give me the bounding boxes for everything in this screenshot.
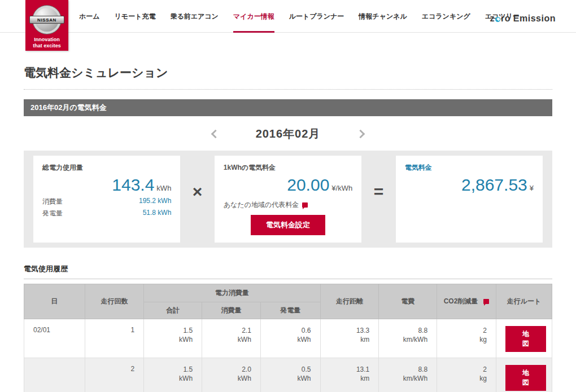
col-efficiency: 電費	[379, 284, 437, 319]
history-rule	[24, 279, 552, 279]
next-month-icon[interactable]	[356, 129, 365, 138]
equals-operator: =	[361, 156, 395, 243]
col-power-group: 電力消費量	[144, 284, 320, 302]
map-button[interactable]: 地図	[505, 365, 546, 391]
main-nav: ホーム リモート充電 乗る前エアコン マイカー情報 ルートプランナー 情報チャン…	[79, 0, 520, 33]
col-generated: 発電量	[260, 302, 320, 319]
consumed-row: 消費量 195.2 kWh	[42, 197, 171, 206]
col-route: 走行ルート	[496, 284, 552, 319]
top-header: NISSAN Innovation that excites ホーム リモート充…	[0, 0, 576, 33]
page-title: 電気料金シミュレーション	[24, 65, 552, 81]
col-distance: 走行距離	[320, 284, 379, 319]
month-navigator: 2016年02月	[24, 124, 552, 144]
nav-item-remote-charge[interactable]: リモート充電	[115, 0, 156, 33]
nav-item-info-channel[interactable]: 情報チャンネル	[359, 0, 407, 33]
rate-box: 1kWhの電気料金 20.00¥/kWh あなたの地域の代表料金 電気料金設定	[215, 156, 361, 243]
month-section-bar: 2016年02月の電気料金	[24, 99, 552, 116]
prev-month-icon[interactable]	[211, 129, 220, 138]
col-day: 日	[24, 284, 85, 319]
history-title: 電気使用履歴	[24, 264, 552, 274]
total-usage-unit: kWh	[156, 184, 171, 192]
rate-tooltip-icon[interactable]	[302, 202, 308, 208]
nav-item-mycar-info[interactable]: マイカー情報	[233, 0, 274, 33]
cost-box: 電気料金 2,867.53¥	[396, 156, 543, 243]
nav-item-pre-ac[interactable]: 乗る前エアコン	[170, 0, 218, 33]
co2-tooltip-icon[interactable]	[483, 299, 489, 304]
nissan-brand-text: NISSAN	[29, 16, 64, 24]
nissan-tagline: Innovation that excites	[25, 37, 68, 49]
usage-history-table: 日 走行回数 電力消費量 走行距離 電費 CO2削減量 走行ルート 合計 消費量…	[24, 284, 552, 392]
table-row: 2 1.5kWh 2.0kWh 0.5kWh 13.1km 8.8km/kWh …	[24, 358, 552, 392]
page: NISSAN Innovation that excites ホーム リモート充…	[0, 0, 576, 392]
cost-unit: ¥	[530, 184, 534, 192]
cost-label: 電気料金	[405, 163, 534, 173]
rate-value: 20.00	[287, 175, 329, 194]
rate-unit: ¥/kWh	[331, 184, 352, 192]
current-month-label: 2016年02月	[256, 126, 321, 142]
total-usage-value: 143.4	[112, 175, 154, 194]
col-co2: CO2削減量	[437, 284, 496, 319]
col-total: 合計	[144, 302, 202, 319]
total-usage-box: 総電力使用量 143.4kWh 消費量 195.2 kWh 発電量 51.8 k…	[33, 156, 180, 243]
col-consumed: 消費量	[202, 302, 261, 319]
table-row: 02/01 1 1.5kWh 2.1kWh 0.6kWh 13.3km 8.8k…	[24, 319, 552, 358]
multiply-operator: ×	[180, 156, 214, 243]
rate-note: あなたの地域の代表料金	[224, 200, 352, 210]
nissan-logo[interactable]: NISSAN Innovation that excites	[25, 0, 68, 51]
summary-panel: 総電力使用量 143.4kWh 消費量 195.2 kWh 発電量 51.8 k…	[24, 151, 552, 248]
rate-settings-button[interactable]: 電気料金設定	[251, 215, 325, 235]
zero-emission-e-icon	[495, 17, 500, 22]
zero-emission-logo: zro Emission	[490, 14, 556, 24]
map-button[interactable]: 地図	[505, 326, 546, 352]
nav-item-route-planner[interactable]: ルートプランナー	[289, 0, 344, 33]
generated-row: 発電量 51.8 kWh	[42, 209, 171, 218]
nav-item-eco-ranking[interactable]: エコランキング	[422, 0, 470, 33]
dotted-separator	[24, 89, 552, 90]
nissan-emblem-icon: NISSAN	[32, 5, 62, 34]
rate-label: 1kWhの電気料金	[224, 163, 352, 173]
nav-item-home[interactable]: ホーム	[79, 0, 100, 33]
col-trips: 走行回数	[85, 284, 144, 319]
total-usage-label: 総電力使用量	[42, 163, 171, 173]
cost-value: 2,867.53	[461, 175, 527, 194]
